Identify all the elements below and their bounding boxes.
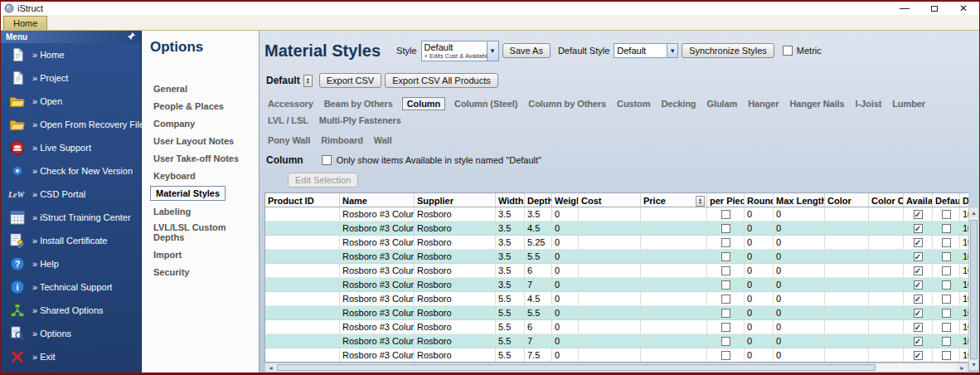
cell-d[interactable]: 10 bbox=[960, 348, 968, 362]
cell-max-length[interactable]: 0 bbox=[774, 348, 825, 362]
cell-rounding[interactable]: 0 bbox=[745, 222, 774, 235]
available-checkbox[interactable]: ✓ bbox=[914, 224, 923, 233]
cell-name[interactable]: Rosboro #3 Column bbox=[340, 320, 415, 334]
cell-color[interactable] bbox=[825, 292, 869, 305]
cell-weight[interactable]: 0 bbox=[552, 236, 579, 249]
category-tab-beam-by-others[interactable]: Beam by Others bbox=[323, 98, 395, 110]
minimize-button[interactable]: — bbox=[900, 3, 910, 13]
cell-d[interactable]: 10 bbox=[960, 320, 968, 334]
cell-color-code[interactable] bbox=[869, 264, 904, 277]
column-header-weight[interactable]: Weight bbox=[552, 193, 579, 207]
available-checkbox[interactable]: ✓ bbox=[914, 295, 923, 304]
horizontal-scrollbar[interactable]: ◄ ► bbox=[264, 363, 968, 373]
cell-name[interactable]: Rosboro #3 Column bbox=[340, 264, 415, 277]
cell-cost[interactable] bbox=[579, 320, 641, 334]
table-row[interactable]: Rosboro #3 ColumnRosboro3.54.5000✓10 bbox=[265, 222, 968, 236]
cell-depth[interactable]: 6 bbox=[525, 320, 552, 334]
cell-product-id[interactable] bbox=[265, 292, 340, 305]
available-checkbox[interactable]: ✓ bbox=[914, 351, 923, 360]
column-header-per-piece[interactable]: per Piece bbox=[707, 193, 745, 207]
options-item-import[interactable]: Import bbox=[150, 248, 185, 261]
available-checkbox[interactable]: ✓ bbox=[914, 337, 923, 346]
available-checkbox[interactable]: ✓ bbox=[914, 309, 923, 318]
synchronize-styles-button[interactable]: Synchronize Styles bbox=[682, 43, 774, 58]
column-header-d[interactable]: D bbox=[960, 193, 968, 207]
cell-depth[interactable]: 4.5 bbox=[525, 292, 552, 305]
cell-supplier[interactable]: Rosboro bbox=[415, 306, 496, 319]
cell-price[interactable] bbox=[641, 320, 707, 334]
column-header-available[interactable]: Available bbox=[904, 193, 933, 207]
cell-cost[interactable] bbox=[579, 278, 641, 291]
table-row[interactable]: Rosboro #3 ColumnRosboro5.57000✓10 bbox=[265, 334, 968, 348]
cell-supplier[interactable]: Rosboro bbox=[415, 334, 496, 348]
cell-supplier[interactable]: Rosboro bbox=[415, 292, 496, 305]
default-checkbox[interactable] bbox=[942, 337, 951, 346]
metric-checkbox[interactable] bbox=[783, 46, 793, 56]
cell-width[interactable]: 3.5 bbox=[496, 207, 525, 221]
cell-weight[interactable]: 0 bbox=[552, 222, 579, 235]
cell-product-id[interactable] bbox=[265, 264, 340, 277]
cell-name[interactable]: Rosboro #3 Column bbox=[340, 292, 415, 305]
cell-rounding[interactable]: 0 bbox=[745, 207, 774, 221]
per-piece-checkbox[interactable] bbox=[721, 280, 730, 290]
column-header-name[interactable]: Name bbox=[340, 193, 415, 207]
vertical-scrollbar[interactable]: ▲ ▼ bbox=[968, 207, 979, 363]
category-tab-column-steel[interactable]: Column (Steel) bbox=[453, 98, 519, 110]
cell-max-length[interactable]: 0 bbox=[774, 222, 825, 235]
cell-weight[interactable]: 0 bbox=[552, 207, 579, 221]
cell-max-length[interactable]: 0 bbox=[774, 306, 825, 319]
column-header-max-length[interactable]: Max Length bbox=[774, 193, 825, 207]
default-checkbox[interactable] bbox=[942, 295, 951, 304]
style-spinner[interactable]: ▲▼ bbox=[303, 75, 313, 87]
cell-name[interactable]: Rosboro #3 Column bbox=[340, 236, 415, 249]
available-checkbox[interactable]: ✓ bbox=[914, 323, 923, 332]
sidebar-item-shared-options[interactable]: » Shared Options bbox=[1, 299, 141, 322]
cell-width[interactable]: 5.5 bbox=[496, 306, 525, 319]
options-item-general[interactable]: General bbox=[150, 82, 191, 95]
cell-width[interactable]: 3.5 bbox=[496, 236, 525, 249]
cell-color-code[interactable] bbox=[869, 236, 904, 249]
cell-price[interactable] bbox=[641, 207, 707, 221]
category-tab-rimboard[interactable]: Rimboard bbox=[319, 134, 365, 146]
sidebar-item-check-for-new-version[interactable]: » Check for New Version bbox=[1, 159, 141, 183]
cell-width[interactable]: 3.5 bbox=[496, 250, 525, 263]
cell-width[interactable]: 5.5 bbox=[496, 292, 525, 305]
cell-supplier[interactable]: Rosboro bbox=[415, 264, 496, 277]
cell-d[interactable]: 10 bbox=[960, 250, 968, 263]
table-row[interactable]: Rosboro #3 ColumnRosboro3.55.25000✓10 bbox=[265, 236, 968, 250]
maximize-button[interactable] bbox=[931, 3, 938, 13]
scroll-right-icon[interactable]: ► bbox=[957, 363, 968, 372]
cell-color[interactable] bbox=[825, 278, 869, 291]
sidebar-item-help[interactable]: ?» Help bbox=[1, 252, 141, 275]
category-tab-lumber[interactable]: Lumber bbox=[890, 98, 927, 110]
cell-rounding[interactable]: 0 bbox=[745, 278, 774, 291]
cell-color[interactable] bbox=[825, 334, 869, 348]
cell-name[interactable]: Rosboro #3 Column bbox=[340, 278, 415, 291]
cell-supplier[interactable]: Rosboro bbox=[415, 320, 496, 334]
scroll-down-icon[interactable]: ▼ bbox=[969, 359, 978, 370]
scroll-left-icon[interactable]: ◄ bbox=[265, 363, 276, 372]
table-row[interactable]: Rosboro #3 ColumnRosboro3.55.5000✓10 bbox=[265, 250, 968, 264]
cell-price[interactable] bbox=[641, 264, 707, 277]
cell-depth[interactable]: 6 bbox=[525, 264, 552, 277]
default-checkbox[interactable] bbox=[942, 280, 951, 290]
sidebar-item-technical-support[interactable]: i» Technical Support bbox=[1, 275, 141, 299]
cell-width[interactable]: 5.5 bbox=[496, 348, 525, 362]
category-tab-wall[interactable]: Wall bbox=[372, 134, 394, 146]
cell-rounding[interactable]: 0 bbox=[745, 236, 774, 249]
cell-color[interactable] bbox=[825, 348, 869, 362]
options-item-user-layout-notes[interactable]: User Layout Notes bbox=[150, 134, 237, 148]
cell-product-id[interactable] bbox=[265, 348, 340, 362]
cell-supplier[interactable]: Rosboro bbox=[415, 348, 496, 362]
close-button[interactable]: ✕ bbox=[959, 3, 968, 13]
cell-d[interactable]: 10 bbox=[960, 236, 968, 249]
column-header-color-code[interactable]: Color Code bbox=[869, 193, 904, 207]
column-header-depth[interactable]: Depth bbox=[525, 193, 552, 207]
default-checkbox[interactable] bbox=[942, 309, 951, 318]
cell-color-code[interactable] bbox=[869, 320, 904, 334]
cell-cost[interactable] bbox=[579, 334, 641, 348]
per-piece-checkbox[interactable] bbox=[721, 323, 730, 332]
category-tab-multi-ply-fasteners[interactable]: Multi-Ply Fasteners bbox=[318, 114, 403, 126]
per-piece-checkbox[interactable] bbox=[721, 266, 730, 275]
cell-color-code[interactable] bbox=[869, 222, 904, 235]
